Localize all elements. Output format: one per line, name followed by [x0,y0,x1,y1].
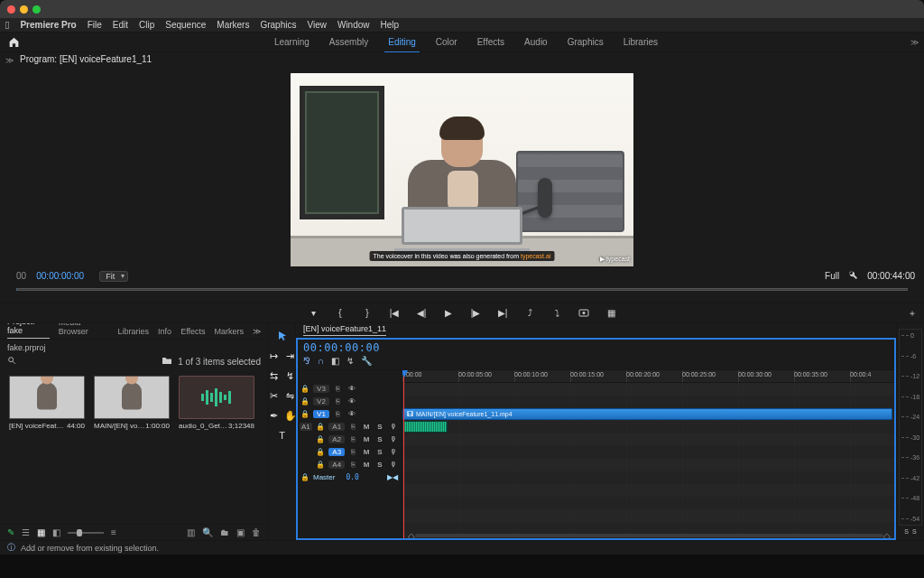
program-mini-ruler[interactable] [0,284,924,294]
audio-clip[interactable] [402,421,448,433]
zoom-level-dropdown[interactable]: Fit [99,271,128,282]
video-clip[interactable]: 🎞MAIN/[EN] voiceFeature1_11.mp4 [402,408,892,420]
workspace-assembly[interactable]: Assembly [329,35,368,49]
workspace-effects[interactable]: Effects [477,35,504,49]
rolling-edit-tool-icon[interactable]: ⇆ [267,368,282,383]
project-item[interactable]: audio_0_Getting_...3;12348 [179,376,254,430]
selection-tool-icon[interactable] [275,329,290,343]
menu-clip[interactable]: Clip [139,20,154,30]
project-search-input[interactable] [22,356,156,367]
trash-icon[interactable]: 🗑 [252,527,261,537]
workspace-editing[interactable]: Editing [388,35,416,49]
marker-span-icon[interactable]: ◧ [331,356,339,366]
status-text: Add or remove from existing selection. [21,544,159,553]
add-panel-icon[interactable]: ＋ [906,307,919,320]
play-icon[interactable]: ▶ [442,307,455,320]
program-timecode-row: 00 00:00:00:00 Fit Full 00:00:44:00 [0,266,924,282]
workspace-overflow-icon[interactable]: ≫ [910,38,919,47]
track-select-tool-icon[interactable]: ↦ [267,349,282,363]
home-icon[interactable] [5,34,22,51]
playback-resolution-dropdown[interactable]: Full [825,271,839,281]
wrench-icon[interactable]: 🔧 [361,356,372,366]
track-header-a3[interactable]: 🔒A3⎘MS🎙 [296,446,402,459]
go-to-out-icon[interactable]: ▶| [496,307,509,320]
program-tab-label[interactable]: Program: [EN] voiceFeature1_11 [20,54,152,64]
mark-in-icon[interactable]: { [334,307,346,320]
tab-markers[interactable]: Markers [214,327,244,339]
program-left-timecode[interactable]: 00:00:00:00 [36,271,84,281]
track-header-a4[interactable]: 🔒A4⎘MS🎙 [296,459,402,471]
settings-wrench-icon[interactable] [848,270,858,282]
workspace-graphics[interactable]: Graphics [568,35,604,49]
menu-window[interactable]: Window [337,20,370,30]
timeline-zoom-scrollbar[interactable]: ◇ ◇ [402,531,896,540]
list-view-icon[interactable]: ☰ [22,527,30,537]
track-header-a1[interactable]: A1🔒A1⎘MS🎙 [296,421,402,434]
video-watermark: ▶ typecast [600,256,630,263]
track-header-v3[interactable]: 🔒V3⎘👁 [296,383,402,396]
timeline-playhead-timecode[interactable]: 00:00:00:00 [303,341,380,354]
snap-icon[interactable]: ⅋ [303,356,310,366]
track-header-v1[interactable]: 🔒V1⎘👁 [296,408,402,421]
type-tool-icon[interactable]: T [275,428,290,443]
find-icon[interactable]: 🔍 [202,527,213,537]
mac-zoom[interactable] [32,5,41,14]
sync-lock-icon[interactable]: ↯ [346,356,354,366]
track-header-a2[interactable]: 🔒A2⎘MS🎙 [296,434,402,446]
new-bin-icon[interactable] [162,356,172,367]
extract-icon[interactable]: ⤵ [550,307,563,320]
mac-minimize[interactable] [20,5,28,14]
menu-edit[interactable]: Edit [113,20,128,30]
export-frame-icon[interactable] [578,307,590,320]
workspace-color[interactable]: Color [436,35,457,49]
menu-graphics[interactable]: Graphics [260,20,296,30]
auto-sequence-icon[interactable]: ▥ [187,527,195,537]
workspace-audio[interactable]: Audio [524,35,548,49]
tab-effects[interactable]: Effects [180,327,205,339]
project-item[interactable]: MAIN/[EN] voiceFe...1:00:00 [94,376,170,430]
timeline-canvas[interactable]: :00:00 00:00:05:00 00:00:10:00 00:00:15:… [402,370,896,540]
menu-file[interactable]: File [88,20,102,30]
new-item-icon[interactable]: ▣ [236,527,245,537]
go-to-in-icon[interactable]: |◀ [388,307,401,320]
freeform-view-icon[interactable]: ◧ [52,527,60,537]
workspace-libraries[interactable]: Libraries [624,35,658,49]
app-title[interactable]: Premiere Pro [20,20,76,30]
tab-libraries[interactable]: Libraries [118,327,150,339]
tab-overflow-icon[interactable]: ≫ [253,327,261,339]
mark-out-icon[interactable]: } [361,307,374,320]
pen-tool-icon[interactable]: ✒ [267,408,282,423]
timeline-ruler[interactable]: :00:00 00:00:05:00 00:00:10:00 00:00:15:… [402,370,896,383]
menu-markers[interactable]: Markers [217,20,249,30]
program-monitor-frame[interactable]: The voiceover in this video was also gen… [291,73,633,266]
playhead[interactable] [403,370,404,540]
step-forward-icon[interactable]: |▶ [469,307,482,320]
workspace-learning[interactable]: Learning [274,35,310,49]
meter-solo-buttons[interactable]: SS [904,528,916,535]
menu-help[interactable]: Help [381,20,400,30]
icon-view-icon[interactable]: ▦ [37,527,45,537]
project-item[interactable]: [EN] voiceFeature1_1144:00 [9,376,85,430]
add-marker-icon[interactable]: ▾ [307,307,319,320]
write-pencil-icon[interactable]: ✎ [7,527,14,537]
lift-icon[interactable]: ⤴ [523,307,536,320]
track-header-v2[interactable]: 🔒V2⎘👁 [296,396,402,408]
zoom-slider[interactable] [68,532,104,534]
search-icon[interactable] [7,356,16,367]
sequence-tab[interactable]: [EN] voiceFeature1_11 [303,324,386,336]
button-editor-icon[interactable]: ▦ [605,307,617,320]
track-header-master[interactable]: 🔒Master0.0▶◀ [296,471,402,484]
razor-tool-icon[interactable]: ✂ [267,388,282,403]
audio-meters[interactable]: 0 -6 -12 -18 -24 -30 -36 -42 -48 -54 SS [897,323,924,540]
new-bin-button-icon[interactable]: 🖿 [220,527,229,537]
transport-bar: ▾ { } |◀ ◀| ▶ |▶ ▶| ⤴ ⤵ ▦ ＋ [0,303,924,323]
tab-info[interactable]: Info [158,327,171,339]
menu-sequence[interactable]: Sequence [165,20,206,30]
step-back-icon[interactable]: ◀| [415,307,428,320]
sort-icon[interactable]: ≡ [111,527,116,537]
menu-view[interactable]: View [307,20,327,30]
apple-menu-icon[interactable]:  [5,19,9,32]
panel-expand-icon[interactable]: ≫ [5,56,14,65]
linked-sel-icon[interactable]: ∩ [318,356,324,366]
mac-close[interactable] [7,5,15,14]
